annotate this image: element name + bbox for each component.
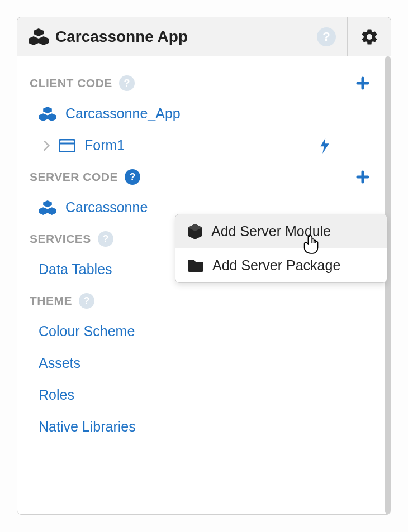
- data-tables-label: Data Tables: [39, 261, 112, 277]
- settings-button[interactable]: [347, 17, 391, 56]
- help-icon-server-code[interactable]: ?: [125, 169, 140, 185]
- client-app-item[interactable]: Carcassonne_App: [30, 98, 378, 130]
- svg-text:?: ?: [102, 233, 108, 245]
- gear-icon: [360, 27, 379, 46]
- app-title: Carcassonne App: [55, 28, 188, 46]
- svg-text:?: ?: [124, 78, 130, 89]
- section-client-code: CLIENT CODE ?: [30, 75, 378, 91]
- native-libraries-item[interactable]: Native Libraries: [30, 411, 378, 443]
- client-app-label: Carcassonne_App: [65, 106, 181, 122]
- section-label-services: SERVICES: [30, 232, 91, 246]
- cubes-icon: [39, 200, 56, 215]
- colour-scheme-item[interactable]: Colour Scheme: [30, 315, 378, 347]
- header-main: Carcassonne App ?: [17, 17, 347, 56]
- help-icon-theme[interactable]: ?: [79, 293, 94, 309]
- svg-rect-6: [59, 140, 75, 152]
- chevron-right-icon[interactable]: [43, 141, 51, 151]
- menu-add-server-module[interactable]: Add Server Module: [175, 214, 387, 248]
- form-icon: [59, 139, 75, 152]
- roles-item[interactable]: Roles: [30, 379, 378, 411]
- server-app-label: Carcassonne: [65, 199, 148, 215]
- cube-icon: [188, 224, 202, 239]
- help-icon-client-code[interactable]: ?: [119, 75, 135, 91]
- theme-items: Colour Scheme Assets Roles Native Librar…: [30, 315, 378, 443]
- assets-item[interactable]: Assets: [30, 347, 378, 379]
- panel-body: CLIENT CODE ?: [17, 56, 391, 514]
- help-icon-services[interactable]: ?: [98, 231, 113, 247]
- header-help-icon[interactable]: ?: [317, 27, 336, 46]
- svg-text:?: ?: [130, 171, 136, 183]
- server-code-add-menu: Add Server Module Add Server Package: [175, 214, 387, 283]
- native-libraries-label: Native Libraries: [39, 419, 136, 435]
- cubes-icon: [39, 107, 56, 121]
- menu-add-module-label: Add Server Module: [211, 223, 331, 239]
- section-label-server-code: SERVER CODE: [30, 170, 118, 184]
- roles-label: Roles: [39, 387, 74, 403]
- section-label-theme: THEME: [30, 294, 72, 308]
- colour-scheme-label: Colour Scheme: [39, 323, 135, 339]
- app-cubes-icon: [29, 28, 49, 45]
- svg-text:?: ?: [84, 295, 90, 306]
- add-server-code-button[interactable]: [356, 170, 369, 184]
- section-label-client-code: CLIENT CODE: [30, 76, 112, 90]
- folder-icon: [188, 259, 203, 272]
- app-panel: Carcassonne App ? CLIENT CODE: [17, 17, 391, 515]
- section-server-code: SERVER CODE ?: [30, 169, 378, 185]
- svg-text:?: ?: [322, 30, 330, 44]
- form1-label: Form1: [84, 137, 125, 154]
- assets-label: Assets: [39, 355, 80, 371]
- form1-item[interactable]: Form1: [30, 130, 378, 161]
- menu-add-package-label: Add Server Package: [212, 257, 340, 274]
- add-client-code-button[interactable]: [356, 76, 369, 90]
- app-header: Carcassonne App ?: [17, 17, 391, 56]
- section-theme: THEME ?: [30, 293, 378, 309]
- scrollbar[interactable]: [385, 56, 391, 514]
- menu-add-server-package[interactable]: Add Server Package: [175, 248, 387, 282]
- bolt-icon[interactable]: [320, 138, 329, 154]
